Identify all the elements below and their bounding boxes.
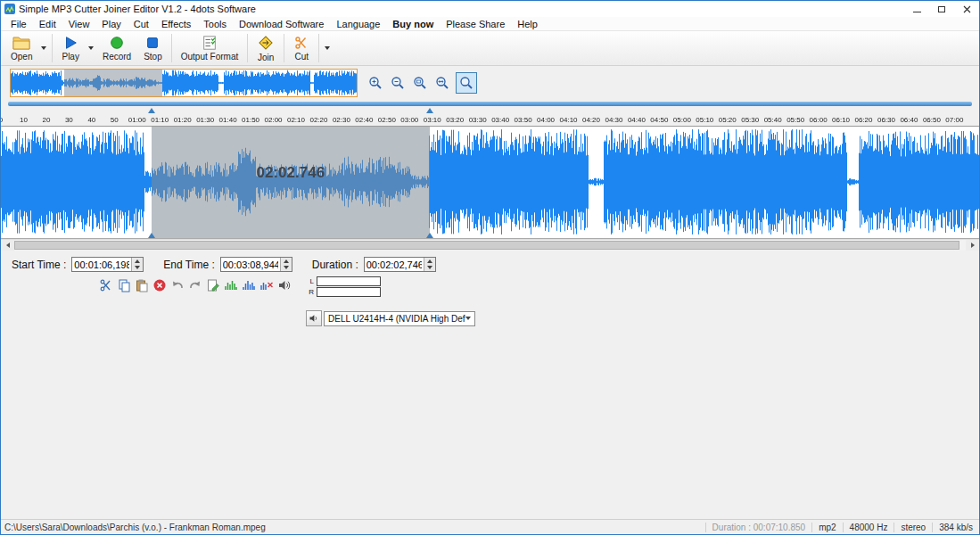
- end-time-up-button[interactable]: [281, 258, 292, 265]
- menu-item-language[interactable]: Language: [330, 19, 386, 29]
- scissors-icon: [99, 278, 113, 292]
- horizontal-scrollbar[interactable]: [1, 239, 979, 251]
- delete-button[interactable]: [151, 276, 169, 294]
- start-time-up-button[interactable]: [132, 258, 143, 265]
- menu-item-download-software[interactable]: Download Software: [233, 19, 330, 29]
- app-window: Simple MP3 Cutter Joiner Editor V1.2 - 4…: [0, 0, 980, 535]
- ruler-tick-label: 0: [1, 116, 3, 124]
- chevron-up-icon: [135, 259, 140, 263]
- ruler-tick-label: 04:20: [582, 116, 600, 124]
- minimize-button[interactable]: [904, 1, 929, 17]
- menu-item-effects[interactable]: Effects: [155, 19, 197, 29]
- menu-item-buy-now[interactable]: Buy now: [386, 19, 440, 29]
- redo-button[interactable]: [186, 276, 204, 294]
- copy-button[interactable]: [115, 276, 133, 294]
- play-button[interactable]: Play: [55, 31, 85, 65]
- start-time-input[interactable]: [72, 258, 131, 271]
- right-level-meter: [317, 287, 381, 297]
- open-dropdown[interactable]: [38, 31, 49, 65]
- menu-item-file[interactable]: File: [4, 19, 33, 29]
- menu-item-cut[interactable]: Cut: [128, 19, 155, 29]
- volume-button[interactable]: [276, 276, 293, 294]
- open-button[interactable]: Open: [4, 31, 38, 65]
- start-time-down-button[interactable]: [132, 265, 143, 272]
- cut-selection-button[interactable]: [97, 276, 115, 294]
- menu-item-please-share[interactable]: Please Share: [440, 19, 511, 29]
- menu-item-play[interactable]: Play: [95, 19, 127, 29]
- ruler-tick-label: 01:50: [242, 116, 259, 124]
- record-button[interactable]: Record: [96, 31, 137, 65]
- ruler-tick-label: 04:50: [650, 116, 668, 124]
- ruler-tick-label: 01:40: [219, 116, 237, 124]
- delete-icon: [152, 278, 167, 292]
- duration-label: Duration :: [312, 259, 358, 271]
- ruler-tick-label: 01:20: [174, 116, 192, 124]
- zoom-out-button[interactable]: [389, 74, 407, 92]
- selection-start-marker-bottom[interactable]: [148, 233, 155, 238]
- zoom-fit-button[interactable]: [433, 74, 451, 92]
- open-label: Open: [11, 52, 32, 62]
- join-icon: [257, 34, 275, 52]
- menu-item-edit[interactable]: Edit: [33, 19, 62, 29]
- close-button[interactable]: [954, 1, 979, 17]
- pencil-icon: [206, 278, 220, 292]
- stop-button[interactable]: Stop: [137, 31, 169, 65]
- speaker-icon: [277, 278, 292, 292]
- status-duration: Duration : 00:07:10.850: [705, 523, 812, 532]
- selection-start-marker[interactable]: [148, 108, 155, 113]
- waveform-view[interactable]: 02:02.746: [1, 127, 979, 239]
- fade-in-button[interactable]: [222, 276, 240, 294]
- selection-end-marker-bottom[interactable]: [426, 233, 433, 238]
- timeline-ruler[interactable]: 0102030405001:0001:1001:2001:3001:4001:5…: [1, 114, 979, 127]
- end-time-input[interactable]: [221, 258, 280, 271]
- cut-button[interactable]: Cut: [287, 31, 316, 65]
- undo-icon: [170, 278, 185, 292]
- zoom-in-button[interactable]: [366, 74, 384, 92]
- duration-input[interactable]: [365, 258, 424, 271]
- ruler-tick-label: 03:20: [446, 116, 464, 124]
- play-dropdown[interactable]: [86, 31, 96, 65]
- ruler-tick-label: 05:00: [673, 116, 691, 124]
- end-time-down-button[interactable]: [281, 265, 292, 272]
- menu-item-help[interactable]: Help: [511, 19, 544, 29]
- stop-icon: [144, 35, 161, 51]
- paste-button[interactable]: [133, 276, 151, 294]
- fade-out-button[interactable]: [240, 276, 258, 294]
- main-waveform-canvas[interactable]: [1, 127, 980, 237]
- status-samplerate: 48000 Hz: [843, 523, 894, 532]
- start-time-field: [71, 257, 144, 272]
- menu-item-tools[interactable]: Tools: [197, 19, 233, 29]
- device-speaker-button[interactable]: [306, 310, 322, 326]
- undo-button[interactable]: [169, 276, 186, 294]
- maximize-button[interactable]: [929, 1, 954, 17]
- play-label: Play: [62, 52, 78, 62]
- duration-down-button[interactable]: [424, 265, 435, 272]
- edit-button[interactable]: [204, 276, 222, 294]
- silence-button[interactable]: [258, 276, 276, 294]
- output-device-select[interactable]: DELL U2414H-4 (NVIDIA High Defi: [324, 311, 475, 326]
- scrollbar-thumb[interactable]: [14, 241, 959, 250]
- main-toolbar: Open Play Record Stop Output Format Join: [1, 30, 979, 66]
- selection-end-marker[interactable]: [426, 108, 433, 113]
- zoom-tool-button[interactable]: [456, 72, 477, 94]
- ruler-tick-label: 02:50: [378, 116, 396, 124]
- position-trackbar[interactable]: [8, 102, 972, 106]
- join-button[interactable]: Join: [251, 31, 281, 65]
- duration-up-button[interactable]: [424, 258, 435, 265]
- output-format-button[interactable]: Output Format: [175, 31, 244, 65]
- zoom-selection-button[interactable]: [411, 74, 429, 92]
- cut-dropdown[interactable]: [322, 31, 333, 65]
- waveform-mute-icon: [259, 278, 274, 292]
- overview-selection[interactable]: [64, 70, 163, 96]
- scroll-left-button[interactable]: [1, 240, 14, 251]
- ruler-tick-label: 03:10: [424, 116, 441, 124]
- overview-waveform-canvas[interactable]: [11, 70, 357, 96]
- waveform-selection[interactable]: 02:02.746: [152, 127, 431, 238]
- overview-waveform[interactable]: [10, 69, 358, 97]
- ruler-tick-label: 03:50: [515, 116, 532, 124]
- workspace-background: [1, 326, 979, 519]
- menu-item-view[interactable]: View: [62, 19, 96, 29]
- stop-label: Stop: [144, 52, 162, 62]
- ruler-tick-label: 01:30: [196, 116, 214, 124]
- scroll-right-button[interactable]: [966, 240, 979, 251]
